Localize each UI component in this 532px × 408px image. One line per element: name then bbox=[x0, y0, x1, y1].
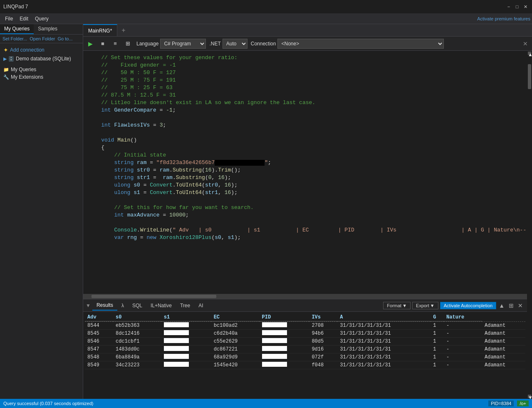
connection-label: Connection bbox=[251, 41, 276, 47]
code-editor[interactable]: // Set these values for your gender rati… bbox=[83, 51, 527, 294]
table-cell: 1 bbox=[431, 338, 444, 346]
tab-bar: MainRNG* + bbox=[83, 24, 532, 37]
table-row: 85486ba8849a68a929d9072f31/31/31/31/31/3… bbox=[85, 353, 525, 361]
table-cell bbox=[260, 338, 309, 346]
main-rng-tab[interactable]: MainRNG* bbox=[83, 24, 117, 36]
set-folder-link[interactable]: Set Folder... bbox=[2, 36, 27, 41]
hscroll-thumb[interactable] bbox=[92, 295, 216, 298]
resize-up-button[interactable]: ▲ bbox=[497, 301, 506, 310]
col-ivs: IVs bbox=[309, 313, 337, 321]
menu-edit[interactable]: Edit bbox=[16, 15, 32, 22]
results-tab-tree[interactable]: Tree bbox=[176, 301, 194, 310]
open-folder-link[interactable]: Open Folder bbox=[30, 36, 55, 41]
split-button[interactable]: ⊞ bbox=[507, 301, 515, 310]
code-line bbox=[83, 129, 527, 137]
table-cell: bc100ad2 bbox=[211, 322, 260, 330]
close-button[interactable]: ✕ bbox=[522, 3, 529, 10]
grid-view-button[interactable]: ⊞ bbox=[122, 38, 133, 49]
export-button[interactable]: Export ▼ bbox=[412, 302, 438, 309]
code-line: int FlawlessIVs = 3; bbox=[83, 122, 527, 129]
code-line: string ram = "f8d323a36e42656b7 "; bbox=[83, 159, 527, 167]
table-cell bbox=[260, 353, 309, 361]
title-bar: LINQPad 7 − □ ✕ bbox=[0, 0, 532, 13]
code-line: // 87.5 M : 12.5 F = 31 bbox=[83, 92, 527, 99]
menu-query[interactable]: Query bbox=[32, 15, 52, 22]
table-cell: 1 bbox=[431, 361, 444, 369]
table-cell bbox=[260, 330, 309, 338]
activate-autocompletion-button[interactable]: Activate Autocompletion bbox=[440, 302, 496, 309]
menu-file[interactable]: File bbox=[2, 15, 16, 22]
main-layout: My Queries Samples Set Folder... Open Fo… bbox=[0, 24, 532, 399]
close-results-button[interactable]: ✕ bbox=[516, 301, 525, 310]
app-title: LINQPad 7 bbox=[3, 4, 28, 10]
code-line bbox=[83, 219, 527, 226]
code-line: // 75 M : 25 F = 63 bbox=[83, 84, 527, 92]
code-line: // Set these values for your gender rati… bbox=[83, 54, 527, 62]
add-tab-button[interactable]: + bbox=[117, 25, 129, 36]
results-content[interactable]: Adv s0 s1 EC PID IVs A G Nature bbox=[83, 312, 527, 399]
connection-select[interactable]: <None> bbox=[277, 39, 444, 49]
code-line bbox=[83, 114, 527, 122]
table-cell: 31/31/31/31/31/31 bbox=[337, 353, 431, 361]
code-line: { bbox=[83, 144, 527, 152]
run-button[interactable]: ▶ bbox=[85, 38, 96, 49]
table-cell: 1483dd0c bbox=[113, 346, 161, 353]
col-a: A bbox=[337, 313, 431, 321]
col-ec: EC bbox=[211, 313, 260, 321]
table-cell: Adamant bbox=[482, 322, 525, 330]
code-line: var rng = new Xoroshiro128Plus(s0, s1); bbox=[83, 234, 527, 241]
table-cell: 1 bbox=[431, 346, 444, 353]
table-cell: 31/31/31/31/31/31 bbox=[337, 322, 431, 330]
table-cell: 31/31/31/31/31/31 bbox=[337, 361, 431, 369]
minimize-button[interactable]: − bbox=[505, 3, 512, 10]
table-row: 8546cdc1cbf1c55e262980d531/31/31/31/31/3… bbox=[85, 338, 525, 346]
results-tab-results[interactable]: Results bbox=[92, 301, 117, 311]
vscroll-thumb[interactable] bbox=[528, 64, 531, 89]
table-cell: - bbox=[444, 338, 482, 346]
goto-link[interactable]: Go to... bbox=[57, 36, 72, 41]
code-line: // Initial state bbox=[83, 152, 527, 159]
dropdown-arrow[interactable]: ▼ bbox=[86, 303, 91, 308]
my-queries-folder[interactable]: 📁 My Queries bbox=[2, 66, 81, 73]
table-cell: 8dc12416 bbox=[113, 330, 161, 338]
horizontal-scrollbar[interactable] bbox=[83, 294, 527, 299]
table-cell: - bbox=[444, 346, 482, 353]
results-tab-lambda[interactable]: λ bbox=[117, 301, 128, 310]
menu-bar: File Edit Query Activate premium feature… bbox=[0, 13, 532, 24]
net-select[interactable]: Auto .NET 6 .NET 7 .NET 8 bbox=[223, 39, 247, 49]
editor-area: // Set these values for your gender rati… bbox=[83, 51, 532, 399]
stop-button[interactable]: ■ bbox=[97, 38, 108, 49]
demo-database-item[interactable]: ▶ 🗄️ Demo database (SQLite) bbox=[2, 55, 81, 62]
format-button[interactable]: Format ▼ bbox=[383, 302, 411, 309]
table-cell bbox=[161, 361, 211, 369]
vscroll-down[interactable]: ▼ bbox=[528, 395, 531, 398]
table-cell: 8548 bbox=[85, 353, 113, 361]
table-row: 85458dc12416c6d2b40a94b631/31/31/31/31/3… bbox=[85, 330, 525, 338]
premium-link[interactable]: Activate premium features bbox=[477, 16, 530, 21]
my-extensions-folder[interactable]: 🔧 My Extensions bbox=[2, 73, 81, 81]
vertical-scrollbar[interactable]: ▲ ▼ bbox=[527, 51, 532, 399]
vscroll-up[interactable]: ▲ bbox=[528, 52, 531, 55]
table-cell: 68a929d9 bbox=[211, 353, 260, 361]
sidebar-tab-samples[interactable]: Samples bbox=[34, 24, 62, 34]
list-view-button[interactable]: ≡ bbox=[110, 38, 121, 49]
add-connection[interactable]: ✦ Add connection bbox=[2, 45, 81, 55]
results-tab-il[interactable]: IL+Native bbox=[146, 301, 176, 310]
table-cell: 34c23223 bbox=[113, 361, 161, 369]
code-line: // 50 M : 50 F = 127 bbox=[83, 69, 527, 77]
table-cell: - bbox=[444, 330, 482, 338]
results-tab-sql[interactable]: SQL bbox=[128, 301, 146, 310]
status-bar: Query successful (0.037 seconds optimize… bbox=[0, 399, 532, 408]
table-cell: 6ba8849a bbox=[113, 353, 161, 361]
sidebar-tab-my-queries[interactable]: My Queries bbox=[0, 24, 34, 34]
results-tab-ai[interactable]: AI bbox=[194, 301, 207, 310]
table-cell: Adamant bbox=[482, 361, 525, 369]
col-s1: s1 bbox=[161, 313, 211, 321]
maximize-button[interactable]: □ bbox=[514, 3, 520, 10]
code-line: string str0 = ram.Substring(16).Trim(); bbox=[83, 167, 527, 174]
col-adv: Adv bbox=[85, 313, 113, 321]
close-connection-button[interactable]: ✕ bbox=[520, 40, 530, 48]
table-cell: Adamant bbox=[482, 338, 525, 346]
table-cell: 31/31/31/31/31/31 bbox=[337, 346, 431, 353]
language-select[interactable]: C# Program C# Expression C# Statements V… bbox=[160, 39, 206, 49]
